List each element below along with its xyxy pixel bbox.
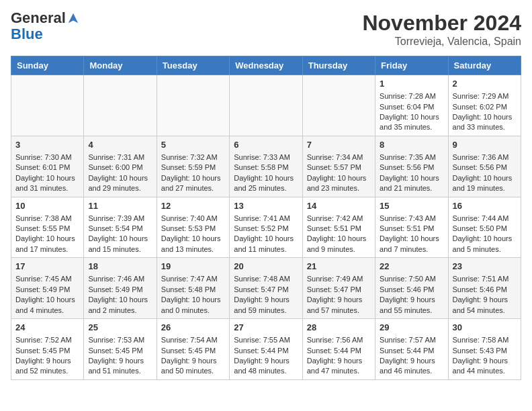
day-info: Sunrise: 7:49 AM [307,274,371,284]
day-info: Daylight: 10 hours and 4 minutes. [15,295,79,316]
day-info: Sunset: 5:46 PM [380,285,443,295]
day-info: Sunrise: 7:35 AM [380,152,443,163]
day-info: Sunset: 5:47 PM [307,285,371,295]
day-info: Daylight: 10 hours and 15 minutes. [88,234,152,255]
day-info: Daylight: 10 hours and 0 minutes. [161,295,225,316]
day-number: 17 [15,261,79,273]
day-info: Daylight: 10 hours and 33 minutes. [453,112,517,133]
calendar-header-friday: Friday [375,56,448,75]
day-info: Sunset: 5:44 PM [380,346,443,356]
day-info: Sunrise: 7:41 AM [234,214,298,224]
day-number: 21 [307,261,371,273]
day-info: Daylight: 9 hours and 48 minutes. [234,356,298,377]
calendar-header-saturday: Saturday [448,56,521,75]
day-info: Sunrise: 7:28 AM [380,91,443,101]
day-info: Daylight: 10 hours and 5 minutes. [453,234,517,255]
day-info: Daylight: 10 hours and 23 minutes. [307,173,371,194]
calendar-week-1: 1Sunrise: 7:28 AMSunset: 6:04 PMDaylight… [11,75,521,136]
day-number: 20 [234,261,298,273]
day-number: 8 [380,139,443,151]
day-number: 27 [234,322,298,334]
day-info: Sunrise: 7:33 AM [234,152,298,163]
calendar-cell: 9Sunrise: 7:36 AMSunset: 5:56 PMDaylight… [448,136,521,197]
calendar-cell: 23Sunrise: 7:51 AMSunset: 5:46 PMDayligh… [448,258,521,319]
day-info: Sunset: 5:44 PM [234,346,298,356]
calendar-cell: 14Sunrise: 7:42 AMSunset: 5:51 PMDayligh… [302,197,375,258]
calendar-header-monday: Monday [84,56,157,75]
day-number: 13 [234,200,298,212]
day-info: Sunset: 5:57 PM [307,163,371,173]
day-info: Sunrise: 7:56 AM [307,335,371,345]
day-number: 19 [161,261,225,273]
day-info: Sunset: 5:47 PM [234,285,298,295]
logo-blue-text: Blue [11,26,43,42]
calendar-cell: 29Sunrise: 7:57 AMSunset: 5:44 PMDayligh… [375,319,448,380]
day-info: Sunset: 5:58 PM [234,163,298,173]
page-title: November 2024 [362,11,521,36]
day-number: 4 [88,139,152,151]
day-number: 16 [453,200,517,212]
day-number: 15 [380,200,443,212]
calendar-cell: 4Sunrise: 7:31 AMSunset: 6:00 PMDaylight… [84,136,157,197]
calendar-cell: 25Sunrise: 7:53 AMSunset: 5:45 PMDayligh… [84,319,157,380]
calendar-cell [11,75,84,136]
calendar-cell: 28Sunrise: 7:56 AMSunset: 5:44 PMDayligh… [302,319,375,380]
day-info: Sunset: 5:56 PM [453,163,517,173]
calendar-cell: 7Sunrise: 7:34 AMSunset: 5:57 PMDaylight… [302,136,375,197]
calendar-cell: 19Sunrise: 7:47 AMSunset: 5:48 PMDayligh… [157,258,229,319]
day-number: 30 [453,322,517,334]
day-info: Sunrise: 7:57 AM [380,335,443,345]
day-info: Sunrise: 7:46 AM [88,274,152,284]
day-number: 1 [380,78,443,90]
logo: General Blue [11,11,81,43]
day-info: Sunrise: 7:34 AM [307,152,371,163]
title-block: November 2024 Torrevieja, Valencia, Spai… [362,11,521,48]
calendar-cell: 18Sunrise: 7:46 AMSunset: 5:49 PMDayligh… [84,258,157,319]
calendar-cell: 8Sunrise: 7:35 AMSunset: 5:56 PMDaylight… [375,136,448,197]
day-number: 18 [88,261,152,273]
calendar-header-tuesday: Tuesday [157,56,229,75]
day-info: Daylight: 9 hours and 44 minutes. [453,356,517,377]
day-info: Sunrise: 7:53 AM [88,335,152,345]
day-info: Sunset: 5:49 PM [88,285,152,295]
day-info: Sunset: 5:50 PM [453,224,517,234]
day-info: Sunrise: 7:51 AM [453,274,517,284]
calendar-cell: 11Sunrise: 7:39 AMSunset: 5:54 PMDayligh… [84,197,157,258]
day-info: Sunrise: 7:55 AM [234,335,298,345]
day-info: Sunset: 6:04 PM [380,102,443,112]
day-info: Sunrise: 7:47 AM [161,274,225,284]
day-info: Daylight: 9 hours and 51 minutes. [88,356,152,377]
logo-icon [67,12,79,24]
calendar-header-sunday: Sunday [11,56,84,75]
day-number: 3 [15,139,79,151]
calendar-header-thursday: Thursday [302,56,375,75]
day-number: 25 [88,322,152,334]
day-number: 5 [161,139,225,151]
day-info: Daylight: 10 hours and 2 minutes. [88,295,152,316]
day-info: Daylight: 10 hours and 11 minutes. [234,234,298,255]
day-info: Sunset: 5:53 PM [161,224,225,234]
day-info: Daylight: 10 hours and 29 minutes. [88,173,152,194]
day-info: Daylight: 9 hours and 50 minutes. [161,356,225,377]
day-number: 6 [234,139,298,151]
calendar-cell: 16Sunrise: 7:44 AMSunset: 5:50 PMDayligh… [448,197,521,258]
day-info: Sunset: 5:45 PM [88,346,152,356]
day-info: Sunset: 5:52 PM [234,224,298,234]
calendar-cell: 10Sunrise: 7:38 AMSunset: 5:55 PMDayligh… [11,197,84,258]
day-info: Sunset: 5:44 PM [307,346,371,356]
day-info: Sunrise: 7:38 AM [15,214,79,224]
calendar-cell [230,75,302,136]
calendar-cell [302,75,375,136]
calendar-cell [157,75,229,136]
calendar-cell: 13Sunrise: 7:41 AMSunset: 5:52 PMDayligh… [230,197,302,258]
day-info: Daylight: 10 hours and 27 minutes. [161,173,225,194]
calendar-cell: 22Sunrise: 7:50 AMSunset: 5:46 PMDayligh… [375,258,448,319]
calendar-table: SundayMondayTuesdayWednesdayThursdayFrid… [11,56,521,380]
calendar-cell: 2Sunrise: 7:29 AMSunset: 6:02 PMDaylight… [448,75,521,136]
day-info: Daylight: 10 hours and 35 minutes. [380,112,443,133]
day-info: Sunrise: 7:39 AM [88,214,152,224]
calendar-week-2: 3Sunrise: 7:30 AMSunset: 6:01 PMDaylight… [11,136,521,197]
calendar-week-5: 24Sunrise: 7:52 AMSunset: 5:45 PMDayligh… [11,319,521,380]
day-info: Daylight: 10 hours and 9 minutes. [307,234,371,255]
day-info: Sunrise: 7:30 AM [15,152,79,163]
